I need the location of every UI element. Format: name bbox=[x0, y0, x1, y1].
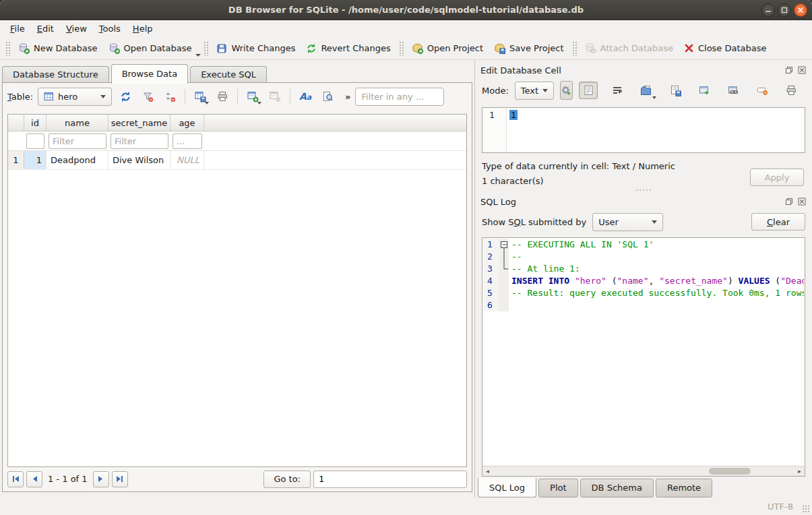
copy-link-button[interactable] bbox=[724, 82, 743, 99]
toolbar-grip[interactable] bbox=[399, 41, 404, 56]
open-database-menu-caret[interactable] bbox=[195, 54, 201, 57]
insert-record-button[interactable] bbox=[244, 88, 261, 105]
cell-editor[interactable]: 1 1 bbox=[482, 107, 805, 153]
save-project-button[interactable]: Save Project bbox=[489, 40, 569, 57]
menu-item-view[interactable]: View bbox=[60, 22, 93, 36]
float-dock-icon[interactable] bbox=[784, 197, 794, 206]
export-table-button[interactable] bbox=[191, 88, 209, 105]
revert-changes-button[interactable]: Revert Changes bbox=[301, 40, 396, 57]
last-record-icon bbox=[115, 475, 124, 483]
last-record-button[interactable] bbox=[112, 471, 128, 487]
minimize-button[interactable] bbox=[761, 3, 775, 17]
menu-item-help[interactable]: Help bbox=[127, 22, 159, 36]
next-record-button[interactable] bbox=[93, 471, 109, 487]
clear-log-button[interactable]: Clear bbox=[751, 213, 805, 231]
close-button[interactable] bbox=[794, 3, 807, 17]
toolbar-grip[interactable] bbox=[5, 41, 10, 56]
toolbar-grip[interactable] bbox=[204, 41, 208, 56]
text-mode-button[interactable] bbox=[579, 82, 598, 99]
goto-input[interactable] bbox=[313, 471, 467, 488]
print-table-button[interactable] bbox=[214, 88, 231, 105]
bottom-tab-plot[interactable]: Plot bbox=[538, 479, 578, 497]
menu-item-file[interactable]: File bbox=[4, 22, 31, 36]
database-open-icon bbox=[108, 42, 120, 54]
menu-item-edit[interactable]: Edit bbox=[31, 22, 60, 36]
table-select[interactable]: hero bbox=[38, 88, 112, 106]
open-in-app-icon bbox=[699, 85, 710, 96]
import-data-button[interactable] bbox=[637, 82, 656, 99]
toolbar-grip[interactable] bbox=[572, 41, 577, 56]
toolbar-overflow-chevron[interactable]: » bbox=[345, 92, 350, 102]
fold-marker bbox=[499, 299, 509, 311]
bottom-tab-db-schema[interactable]: DB Schema bbox=[580, 479, 654, 497]
font-settings-button[interactable]: Aa bbox=[296, 88, 314, 105]
filter-any-column-input[interactable] bbox=[355, 88, 444, 106]
cell-secret_name[interactable]: Dive Wilson bbox=[108, 151, 170, 169]
revert-changes-label: Revert Changes bbox=[321, 43, 390, 53]
menu-item-tools[interactable]: Tools bbox=[93, 22, 127, 36]
tab-browse-data[interactable]: Browse Data bbox=[111, 64, 189, 84]
set-null-button[interactable] bbox=[753, 82, 772, 99]
table-row[interactable]: 11DeadpondDive WilsonNULL bbox=[8, 151, 466, 170]
column-header-id[interactable]: id bbox=[24, 115, 46, 131]
open-external-button[interactable] bbox=[695, 82, 714, 99]
clear-sorting-button[interactable] bbox=[161, 88, 179, 105]
print-cell-button[interactable] bbox=[782, 82, 801, 99]
open-project-button[interactable]: Open Project bbox=[406, 40, 489, 57]
auto-switch-mode-button[interactable] bbox=[560, 81, 573, 100]
cell-editor-text[interactable]: 1 bbox=[507, 108, 518, 152]
float-dock-icon[interactable] bbox=[784, 65, 794, 75]
filter-input-name[interactable] bbox=[49, 133, 106, 149]
new-database-button[interactable]: New Database bbox=[13, 40, 103, 57]
line-number: 5 bbox=[483, 287, 499, 299]
fold-marker[interactable] bbox=[499, 239, 509, 251]
maximize-button[interactable] bbox=[778, 3, 791, 17]
scrollbar-thumb[interactable] bbox=[709, 468, 751, 475]
bottom-tab-sql-log[interactable]: SQL Log bbox=[478, 478, 536, 497]
dock-splitter[interactable] bbox=[475, 186, 812, 194]
filter-input-age[interactable] bbox=[173, 133, 202, 149]
tab-execute-sql[interactable]: Execute SQL bbox=[190, 66, 267, 83]
cell-name[interactable]: Deadpond bbox=[46, 151, 108, 169]
open-database-button[interactable]: Open Database bbox=[103, 40, 197, 57]
export-data-button[interactable] bbox=[666, 82, 685, 99]
word-wrap-button[interactable] bbox=[608, 82, 627, 99]
close-dock-icon[interactable] bbox=[797, 197, 807, 206]
delete-record-button bbox=[266, 88, 284, 105]
write-changes-button[interactable]: Write Changes bbox=[211, 40, 301, 57]
grid-corner[interactable] bbox=[8, 115, 24, 131]
cell-id[interactable]: 1 bbox=[24, 151, 46, 169]
app-window: DB Browser for SQLite - /home/user/code/… bbox=[0, 0, 812, 515]
column-header-secret_name[interactable]: secret_name bbox=[108, 115, 170, 131]
row-header[interactable]: 1 bbox=[8, 151, 24, 169]
scroll-left-icon[interactable]: ◂ bbox=[482, 466, 493, 476]
horizontal-scrollbar[interactable]: ◂ ▸ bbox=[482, 466, 805, 476]
tab-database-structure[interactable]: Database Structure bbox=[2, 66, 109, 83]
close-database-button[interactable]: Close Database bbox=[679, 40, 772, 56]
mode-label: Mode: bbox=[482, 86, 509, 96]
title-bar[interactable]: DB Browser for SQLite - /home/user/code/… bbox=[0, 0, 812, 20]
first-record-button[interactable] bbox=[7, 471, 24, 487]
column-header-age[interactable]: age bbox=[170, 115, 204, 131]
filter-input-secret_name[interactable] bbox=[111, 133, 168, 149]
write-changes-icon bbox=[216, 43, 227, 54]
clear-filters-button[interactable] bbox=[139, 88, 156, 105]
data-grid[interactable]: idnamesecret_nameage 11DeadpondDive Wils… bbox=[7, 114, 467, 467]
column-header-name[interactable]: name bbox=[46, 115, 108, 131]
previous-record-button[interactable] bbox=[26, 471, 42, 487]
bottom-tab-remote[interactable]: Remote bbox=[656, 479, 712, 497]
find-button[interactable] bbox=[319, 88, 336, 105]
filter-input-id[interactable] bbox=[26, 133, 44, 149]
mode-select[interactable]: Text bbox=[515, 82, 554, 100]
resize-grip[interactable] bbox=[802, 505, 810, 513]
sql-log-view[interactable]: 1-- EXECUTING ALL IN 'SQL 1'2--3-- At li… bbox=[482, 237, 805, 477]
encoding-indicator[interactable]: UTF-8 bbox=[768, 502, 793, 512]
cell-age[interactable]: NULL bbox=[170, 151, 204, 169]
sql-source-select[interactable]: User bbox=[592, 213, 663, 231]
scroll-right-icon[interactable]: ▸ bbox=[794, 466, 805, 476]
open-database-label: Open Database bbox=[124, 43, 192, 53]
sql-log-line-4: 4INSERT INTO "hero" ("name", "secret_nam… bbox=[483, 275, 804, 287]
close-dock-icon[interactable] bbox=[797, 65, 807, 75]
refresh-button[interactable] bbox=[117, 88, 134, 105]
goto-button[interactable]: Go to: bbox=[263, 471, 311, 488]
